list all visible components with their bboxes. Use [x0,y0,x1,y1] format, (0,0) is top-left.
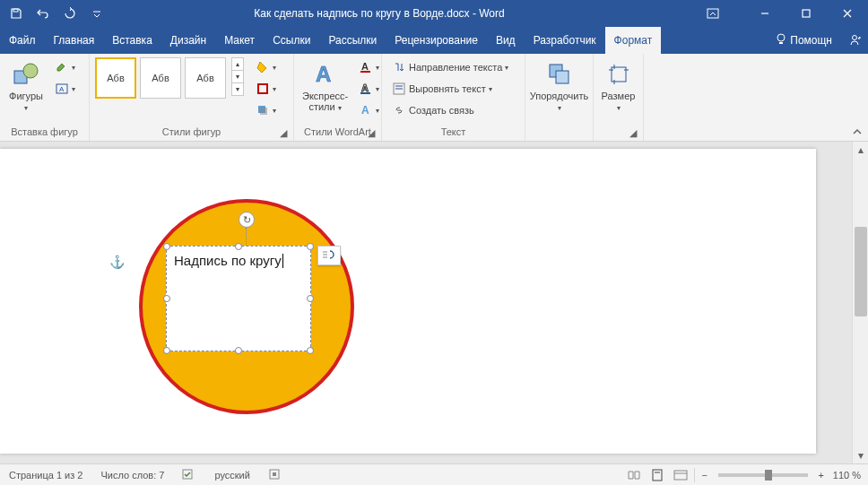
text-effects-button[interactable]: A▾ [354,100,384,120]
tab-references[interactable]: Ссылки [264,27,319,54]
svg-text:A: A [361,104,369,117]
macro-icon [268,468,281,482]
wordart-icon: A [311,60,340,89]
resize-handle-se[interactable] [307,347,314,354]
shape-style-gallery[interactable]: Абв Абв Абв ▴ ▾ ▾ [95,57,244,99]
align-text-button[interactable]: Выровнять текст ▾ [387,79,519,99]
spellcheck-status[interactable] [173,464,205,486]
resize-handle-e[interactable] [307,295,314,302]
tab-review[interactable]: Рецензирование [386,27,487,54]
shape-style-3[interactable]: Абв [185,57,226,99]
read-mode-button[interactable] [622,464,646,486]
shape-style-2[interactable]: Абв [140,57,181,99]
zoom-out-button[interactable]: − [697,470,713,481]
web-layout-button[interactable] [669,464,692,486]
rotate-handle[interactable]: ↻ [239,212,255,228]
gallery-down-icon[interactable]: ▾ [231,70,244,83]
tab-design[interactable]: Дизайн [161,27,215,54]
group-wordart-styles: A Экспресс- стили ▾ A▾ A▾ A▾ Стили WordA… [294,54,382,141]
shapes-button[interactable]: Фигуры▾ [5,57,47,122]
zoom-level[interactable]: 110 % [829,464,868,486]
qat-customize-icon[interactable] [86,3,108,24]
tab-insert[interactable]: Вставка [103,27,161,54]
shapes-icon [12,60,40,89]
web-layout-icon [673,469,688,481]
tab-developer[interactable]: Разработчик [525,27,605,54]
macro-recording-status[interactable] [259,464,290,486]
page-number-status[interactable]: Страница 1 из 2 [0,464,91,486]
shape-styles-dialog-launcher[interactable]: ◢ [277,126,290,139]
resize-handle-s[interactable] [235,347,242,354]
gallery-up-icon[interactable]: ▴ [231,57,244,71]
spellcheck-icon [182,468,196,482]
vertical-scrollbar[interactable]: ▴ ▾ [852,142,868,463]
page[interactable]: ⚓ ↻ Надпись по кругу [0,149,816,454]
tab-format[interactable]: Формат [605,27,662,54]
size-button[interactable]: Размер▾ [599,57,638,122]
resize-handle-sw[interactable] [163,347,170,354]
shape-outline-button[interactable]: ▾ [251,79,281,99]
zoom-slider-thumb[interactable] [765,470,772,481]
zoom-in-button[interactable]: + [813,470,829,481]
resize-handle-n[interactable] [235,243,242,250]
wordart-dialog-launcher[interactable]: ◢ [365,126,378,139]
undo-icon[interactable] [32,3,54,24]
text-direction-button[interactable]: Направление текста ▾ [387,57,519,77]
share-button[interactable] [841,27,868,54]
lightbulb-icon [776,33,786,48]
tell-me-button[interactable]: Помощн [767,27,841,54]
shape-style-1[interactable]: Абв [95,57,136,99]
shape-effects-button[interactable]: ▾ [251,100,281,120]
ribbon-display-options-icon[interactable] [699,0,726,27]
group-label-text: Текст [387,125,519,139]
scroll-up-icon[interactable]: ▴ [853,142,868,158]
layout-options-icon [321,249,337,262]
gallery-more-icon[interactable]: ▾ [231,82,244,96]
tab-home[interactable]: Главная [45,27,104,54]
window-title: Как сделать надпись по кругу в Ворде.doc… [113,7,699,20]
scroll-thumb[interactable] [855,227,867,316]
text-fill-button[interactable]: A▾ [354,57,384,77]
textbox-content[interactable]: Надпись по кругу [167,247,310,275]
redo-icon[interactable] [59,3,81,24]
resize-handle-nw[interactable] [163,243,170,250]
tab-file[interactable]: Файл [0,27,45,54]
group-label-wordart: Стили WordArt [304,126,371,137]
size-dialog-launcher[interactable]: ◢ [627,126,639,139]
group-arrange: Упорядочить▾ [525,54,594,141]
arrange-button[interactable]: Упорядочить▾ [528,57,591,122]
resize-handle-ne[interactable] [307,243,314,250]
text-direction-icon [392,60,406,74]
edit-shape-button[interactable]: ▾ [50,57,80,77]
minimize-button[interactable] [744,0,786,27]
tab-layout[interactable]: Макет [215,27,264,54]
scroll-down-icon[interactable]: ▾ [853,447,868,463]
shape-fill-button[interactable]: ▾ [251,57,281,77]
tab-view[interactable]: Вид [487,27,525,54]
text-fill-icon: A [359,60,373,74]
textbox-shape[interactable]: Надпись по кругу [166,246,311,351]
document-area: ⚓ ↻ Надпись по кругу ▴ ▾ [0,142,868,463]
svg-point-5 [853,36,857,40]
quick-styles-button[interactable]: A Экспресс- стили ▾ [299,57,351,122]
read-mode-icon [627,469,641,481]
layout-options-button[interactable] [317,246,341,265]
draw-textbox-button[interactable]: A▾ [50,79,80,99]
close-button[interactable] [827,0,868,27]
ribbon: Фигуры▾ ▾ A▾ Вставка фигур Абв Абв Абв ▴… [0,54,868,142]
group-label-shape-styles: Стили фигур [162,126,221,137]
tab-mailings[interactable]: Рассылки [319,27,386,54]
shape-outline-icon [256,82,270,96]
maximize-button[interactable] [786,0,827,27]
svg-rect-17 [360,92,370,94]
text-outline-button[interactable]: A▾ [354,79,384,99]
resize-handle-w[interactable] [163,295,170,302]
create-link-button[interactable]: Создать связь [387,100,519,120]
print-layout-button[interactable] [646,464,669,486]
save-icon[interactable] [5,3,27,24]
language-status[interactable]: русский [205,464,258,486]
arrange-label: Упорядочить [530,91,588,101]
word-count-status[interactable]: Число слов: 7 [91,464,173,486]
collapse-ribbon-icon[interactable] [846,126,868,141]
zoom-slider[interactable] [718,473,808,477]
